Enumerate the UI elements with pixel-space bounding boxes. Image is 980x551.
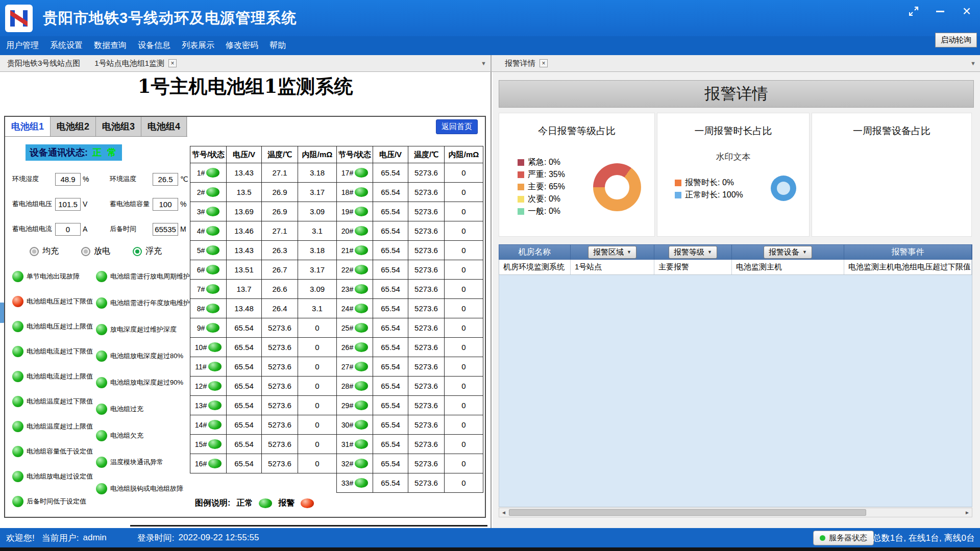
env-field-value-input[interactable]: 48.9 xyxy=(55,173,81,186)
cell-device: 电池监测主机 xyxy=(732,260,844,274)
tab-close-icon[interactable]: × xyxy=(168,59,177,67)
battery-status-led xyxy=(355,168,368,178)
battery-row: 33# 65.54 5273.6 0 xyxy=(337,473,483,493)
alarm-area-filter-dropdown[interactable]: 报警区域 ▼ xyxy=(588,246,636,259)
alarm-row[interactable]: 机房环境监测系统 1号站点 主要报警 电池监测主机 电池监测主机电池组电压超过下… xyxy=(499,260,972,275)
battery-row: 17# 65.54 5273.6 0 xyxy=(337,163,483,183)
env-field-value-input[interactable]: 0 xyxy=(55,223,81,236)
menu-item[interactable]: 帮助 xyxy=(270,40,286,51)
battery-status-led xyxy=(208,342,222,352)
battery-group-tab[interactable]: 电池组2 xyxy=(51,117,96,136)
charge-mode-radio[interactable]: 均充 xyxy=(30,246,59,257)
legend: 图例说明: 正常 报警 xyxy=(195,498,314,509)
env-field-value-input[interactable]: 26.5 xyxy=(153,173,178,186)
monitor-box: 电池组1 电池组2 电池组3 电池组4 返回首页 设备通讯状态: 正 常 xyxy=(4,116,486,518)
battery-table-header: 节号/状态 电压/V 温度/℃ 内阻/mΩ xyxy=(337,146,483,163)
scrollbar-thumb[interactable] xyxy=(509,509,866,516)
battery-row: 12# 65.54 5273.6 0 xyxy=(190,377,337,396)
battery-row: 20# 65.54 5273.6 0 xyxy=(337,221,483,241)
horizontal-scrollbar[interactable]: ◄ ► xyxy=(499,508,972,517)
tab-station-map[interactable]: 贵阳地铁3号线站点图 xyxy=(0,55,87,71)
menu-item[interactable]: 列表展示 xyxy=(182,40,214,51)
battery-status-led xyxy=(355,304,368,313)
alarm-indicator-label: 电池组脱钩或电池组故障 xyxy=(110,484,183,493)
scroll-right-icon[interactable]: ► xyxy=(963,508,972,517)
legend-text: 次要: 0% xyxy=(528,194,560,205)
env-field-label: 环境温度 xyxy=(110,174,153,184)
battery-row: 8# 13.48 26.4 3.1 xyxy=(190,299,337,318)
chevron-down-icon[interactable]: ▼ xyxy=(481,60,486,66)
legend-text: 严重: 35% xyxy=(528,169,565,180)
battery-row: 1# 13.43 27.1 3.18 xyxy=(190,163,337,183)
battery-status-led xyxy=(206,323,219,333)
alarm-indicator-label: 电池组放电深度超过90% xyxy=(110,378,183,387)
alarm-device-filter-dropdown[interactable]: 报警设备 ▼ xyxy=(764,246,812,259)
battery-group-tab[interactable]: 电池组1 xyxy=(5,117,51,136)
alarm-led-icon xyxy=(96,350,107,362)
battery-row: 23# 65.54 5273.6 0 xyxy=(337,280,483,299)
menu-item[interactable]: 数据查询 xyxy=(94,40,127,51)
minimize-icon[interactable] xyxy=(934,5,946,17)
alarm-led-icon xyxy=(12,471,23,482)
menu-item[interactable]: 设备信息 xyxy=(138,40,170,51)
legend-item: 报警时长: 0% xyxy=(675,179,743,187)
alarm-table-empty-area xyxy=(499,275,972,507)
battery-status-led xyxy=(355,342,368,352)
radio-icon xyxy=(30,247,39,256)
start-polling-button[interactable]: 启动轮询 xyxy=(935,33,977,47)
close-icon[interactable]: × xyxy=(961,5,973,17)
tab-close-icon[interactable]: × xyxy=(540,59,548,67)
env-field-unit: % xyxy=(180,200,186,208)
battery-status-led xyxy=(208,362,222,371)
menu-item[interactable]: 修改密码 xyxy=(226,40,258,51)
alarm-indicator: 电池组脱钩或电池组故障 xyxy=(96,483,190,494)
battery-status-led xyxy=(206,284,219,294)
alarm-indicator: 温度模块通讯异常 xyxy=(96,457,190,468)
battery-group-tab[interactable]: 电池组3 xyxy=(96,117,141,136)
left-panel-scrollbar[interactable] xyxy=(130,525,487,527)
battery-row: 7# 13.7 26.6 3.09 xyxy=(190,280,337,299)
cell-level: 主要报警 xyxy=(654,260,732,274)
menu-item[interactable]: 用户管理 xyxy=(6,40,39,51)
env-field-value-input[interactable]: 100 xyxy=(153,198,178,211)
battery-row: 30# 65.54 5273.6 0 xyxy=(337,415,483,435)
tab-alarm-details[interactable]: 报警详情 × xyxy=(498,55,555,71)
charge-mode-radio[interactable]: 放电 xyxy=(81,246,110,257)
battery-status-led xyxy=(206,304,219,313)
alarm-led-icon xyxy=(96,377,107,388)
tab-battery-monitor[interactable]: 1号站点电池组1监测 × xyxy=(87,55,184,71)
battery-status-led xyxy=(355,362,368,371)
tab-label: 1号站点电池组1监测 xyxy=(94,59,164,68)
cell-room: 机房环境监测系统 xyxy=(499,260,571,274)
battery-row: 32# 65.54 5273.6 0 xyxy=(337,454,483,473)
alarm-level-filter-dropdown[interactable]: 报警等级 ▼ xyxy=(669,246,717,259)
battery-row: 13# 65.54 5273.6 0 xyxy=(190,396,337,415)
charge-mode-radio[interactable]: 浮充 xyxy=(133,246,162,257)
env-field-value-input[interactable]: 65535 xyxy=(153,223,178,236)
battery-status-led xyxy=(355,226,368,236)
env-field-label: 环境湿度 xyxy=(12,174,55,184)
chart-title: 一周报警设备占比 xyxy=(812,124,971,138)
battery-row: 9# 65.54 5273.6 0 xyxy=(190,318,337,338)
legend-text: 正常时长: 100% xyxy=(685,190,743,201)
alarm-led-icon xyxy=(12,496,23,507)
server-status-button[interactable]: 服务器状态 xyxy=(813,531,874,545)
battery-group-tab[interactable]: 电池组4 xyxy=(141,117,187,136)
return-home-button[interactable]: 返回首页 xyxy=(436,119,478,134)
alarm-indicator: 电池组电压超过上限值 xyxy=(12,321,93,332)
menu-item[interactable]: 系统设置 xyxy=(50,40,83,51)
scroll-left-icon[interactable]: ◄ xyxy=(499,508,508,517)
alarm-indicator-label: 后备时间低于设定值 xyxy=(27,497,86,506)
env-field-unit: ℃ xyxy=(180,175,188,183)
server-online-dot-icon xyxy=(820,535,825,541)
legend-swatch xyxy=(518,208,524,215)
env-field-value-input[interactable]: 101.5 xyxy=(55,198,81,211)
alarm-indicator: 电池组温度超过下限值 xyxy=(12,396,93,407)
legend-normal-label: 正常 xyxy=(236,498,253,509)
comm-status-label: 设备通讯状态: xyxy=(30,147,88,158)
alarm-indicator: 放电深度超过维护深度 xyxy=(96,324,190,335)
battery-monitor-panel: 1号主机电池组1监测系统 电池组1 电池组2 电池组3 电池组4 返回首页 xyxy=(0,72,492,528)
env-field-label: 蓄电池组电流 xyxy=(12,224,55,234)
chevron-down-icon[interactable]: ▼ xyxy=(970,60,976,66)
fullscreen-icon[interactable] xyxy=(908,5,920,17)
